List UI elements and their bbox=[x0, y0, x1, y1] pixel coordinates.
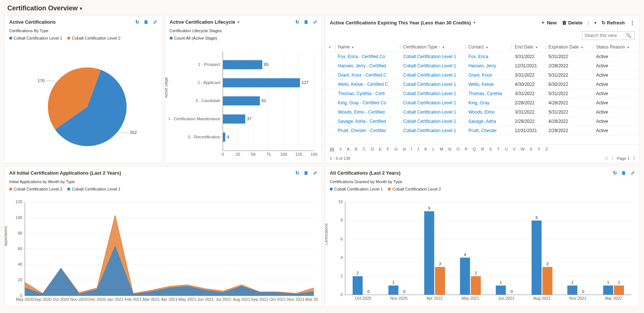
hbar-chart[interactable]: 02550751001251501 - Prospect652 - Applic… bbox=[169, 44, 318, 163]
legend-item[interactable]: Cobalt Certification Level 1 bbox=[9, 36, 62, 40]
alpha-letter[interactable]: V bbox=[513, 147, 515, 151]
refresh-icon[interactable]: ↻ bbox=[135, 19, 139, 25]
contact-link[interactable]: Woods, Elmo bbox=[468, 110, 495, 115]
name-link[interactable]: Savage, Adria - Certified bbox=[338, 119, 386, 124]
table-row[interactable]: Pruitt, Chester - Certifiec Cobalt Certi… bbox=[325, 126, 639, 135]
grouped-bar-chart[interactable]: 024681020Oct 202010Nov 202093Apr 202142M… bbox=[329, 195, 635, 307]
type-link[interactable]: Cobalt Certification Level 1 bbox=[403, 100, 456, 105]
column-header[interactable]: Contact ▾ bbox=[465, 42, 512, 52]
table-row[interactable]: Woods, Elmo - Certified Cobalt Certifica… bbox=[325, 108, 639, 117]
view-records-icon[interactable]: 🗎 bbox=[144, 19, 149, 25]
type-link[interactable]: Cobalt Certification Level 1 bbox=[403, 119, 456, 124]
table-row[interactable]: Fox, Erica - Certified Co Cobalt Certifi… bbox=[325, 52, 639, 61]
alpha-letter[interactable]: Y bbox=[538, 147, 540, 151]
column-header[interactable]: End Date ▾ bbox=[512, 42, 545, 52]
legend-item[interactable]: Cobalt Certification Level 2 bbox=[9, 187, 62, 191]
alpha-letter[interactable]: J bbox=[417, 147, 420, 151]
alpha-letter[interactable]: All bbox=[330, 147, 334, 151]
page-title[interactable]: Certification Overview ▾ bbox=[1, 1, 643, 15]
name-link[interactable]: Fox, Erica - Certified Co bbox=[338, 54, 385, 59]
contact-link[interactable]: Fox, Erica bbox=[468, 54, 488, 59]
type-link[interactable]: Cobalt Certification Level 1 bbox=[403, 54, 456, 59]
more-icon[interactable]: ⋮ bbox=[630, 20, 635, 26]
chevron-down-icon[interactable]: ▾ bbox=[238, 20, 240, 24]
view-records-icon[interactable]: 🗎 bbox=[304, 170, 309, 176]
next-page-icon[interactable]: ⟩ bbox=[633, 156, 635, 161]
type-link[interactable]: Cobalt Certification Level 1 bbox=[403, 91, 456, 96]
alpha-letter[interactable]: M bbox=[440, 147, 443, 151]
chevron-down-icon[interactable]: ▾ bbox=[474, 21, 475, 24]
legend-item[interactable]: Cobalt Certification Level 1 bbox=[330, 187, 383, 191]
refresh-button[interactable]: ↻Refresh bbox=[601, 20, 625, 26]
name-link[interactable]: King, Gray - Certified Co bbox=[338, 100, 386, 105]
column-header[interactable]: Status Reason ▾ bbox=[593, 42, 639, 52]
popout-icon[interactable]: ⤢ bbox=[313, 170, 317, 176]
search-icon[interactable]: 🔍 bbox=[623, 31, 634, 40]
delete-button[interactable]: 🗑Delete bbox=[562, 20, 583, 26]
view-records-icon[interactable]: 🗎 bbox=[621, 170, 626, 176]
contact-link[interactable]: Savage, Adria bbox=[468, 119, 496, 124]
type-link[interactable]: Cobalt Certification Level 1 bbox=[403, 110, 456, 115]
contact-link[interactable]: Hansen, Jerry bbox=[468, 63, 496, 68]
new-button[interactable]: ＋New bbox=[540, 19, 557, 26]
name-link[interactable]: Thomas, Cynthia - Certi bbox=[338, 91, 385, 96]
alpha-letter[interactable]: S bbox=[489, 147, 492, 151]
pie-chart[interactable]: 252170 bbox=[9, 44, 158, 163]
refresh-icon[interactable]: ↻ bbox=[613, 170, 617, 176]
alpha-letter[interactable]: E bbox=[379, 147, 382, 151]
refresh-icon[interactable]: ↻ bbox=[295, 170, 299, 176]
column-header[interactable]: Certification Type ↑ ▾ bbox=[400, 42, 465, 52]
alpha-letter[interactable]: K bbox=[424, 147, 427, 151]
name-link[interactable]: Hansen, Jerry - Certified bbox=[338, 63, 386, 68]
prev-page-icon[interactable]: ⟨ bbox=[611, 156, 613, 161]
name-link[interactable]: Pruitt, Chester - Certifiec bbox=[338, 128, 386, 133]
legend-item[interactable]: Count:All (Active Stage) bbox=[170, 36, 217, 40]
type-link[interactable]: Cobalt Certification Level 1 bbox=[403, 73, 456, 78]
table-row[interactable]: King, Gray - Certified Co Cobalt Certifi… bbox=[325, 98, 639, 108]
contact-link[interactable]: Pruitt, Chester bbox=[468, 128, 497, 133]
alpha-letter[interactable]: W bbox=[521, 147, 525, 151]
alpha-letter[interactable]: F bbox=[387, 147, 389, 151]
alpha-letter[interactable]: B bbox=[355, 147, 357, 151]
popout-icon[interactable]: ⤢ bbox=[313, 19, 317, 25]
alpha-letter[interactable]: G bbox=[394, 147, 398, 151]
first-page-icon[interactable]: |⟨ bbox=[605, 156, 608, 161]
alpha-letter[interactable]: O bbox=[457, 147, 460, 151]
contact-link[interactable]: King, Gray bbox=[468, 100, 489, 105]
alpha-letter[interactable]: U bbox=[505, 147, 508, 151]
table-row[interactable]: Savage, Adria - Certified Cobalt Certifi… bbox=[325, 117, 639, 126]
alpha-letter[interactable]: I bbox=[411, 147, 412, 151]
alpha-letter[interactable]: N bbox=[448, 147, 451, 151]
alpha-letter[interactable]: C bbox=[363, 147, 366, 151]
contact-link[interactable]: Thomas, Cynthia bbox=[468, 91, 502, 96]
name-link[interactable]: Wells, Kelsie - Certified C bbox=[338, 82, 388, 87]
search-input[interactable] bbox=[582, 31, 623, 40]
refresh-icon[interactable]: ↻ bbox=[295, 19, 299, 25]
alpha-letter[interactable]: # bbox=[339, 147, 342, 151]
chevron-down-icon[interactable]: ▾ bbox=[594, 21, 596, 25]
table-row[interactable]: Grant, Knox - Certified C Cobalt Certifi… bbox=[325, 71, 639, 80]
alpha-letter[interactable]: P bbox=[465, 147, 467, 151]
type-link[interactable]: Cobalt Certification Level 1 bbox=[403, 128, 456, 133]
popout-icon[interactable]: ⤢ bbox=[631, 170, 635, 176]
alpha-letter[interactable]: X bbox=[530, 147, 532, 151]
table-row[interactable]: Hansen, Jerry - Certified Cobalt Certifi… bbox=[325, 61, 639, 71]
legend-item[interactable]: Cobalt Certification Level 2 bbox=[67, 36, 120, 40]
popout-icon[interactable]: ⤢ bbox=[153, 19, 157, 25]
alpha-letter[interactable]: A bbox=[347, 147, 349, 151]
checkmark-icon[interactable]: ✓ bbox=[328, 44, 332, 50]
contact-link[interactable]: Wells, Kelsie bbox=[468, 82, 494, 87]
alpha-letter[interactable]: T bbox=[497, 147, 499, 151]
alpha-letter[interactable]: Q bbox=[473, 147, 476, 151]
area-chart[interactable]: 020406080100120May 2020Sep 2020Oct 2020N… bbox=[9, 195, 318, 307]
view-records-icon[interactable]: 🗎 bbox=[304, 19, 309, 25]
table-row[interactable]: Wells, Kelsie - Certified C Cobalt Certi… bbox=[325, 80, 639, 89]
legend-item[interactable]: Cobalt Certification Level 2 bbox=[388, 187, 441, 191]
alpha-letter[interactable]: R bbox=[481, 147, 484, 151]
type-link[interactable]: Cobalt Certification Level 1 bbox=[403, 63, 456, 68]
alpha-letter[interactable]: Z bbox=[546, 147, 548, 151]
alpha-letter[interactable]: H bbox=[403, 147, 406, 151]
legend-item[interactable]: Cobalt Certification Level 1 bbox=[67, 187, 120, 191]
column-header[interactable]: Name ▾ bbox=[335, 42, 400, 52]
name-link[interactable]: Grant, Knox - Certified C bbox=[338, 73, 386, 78]
